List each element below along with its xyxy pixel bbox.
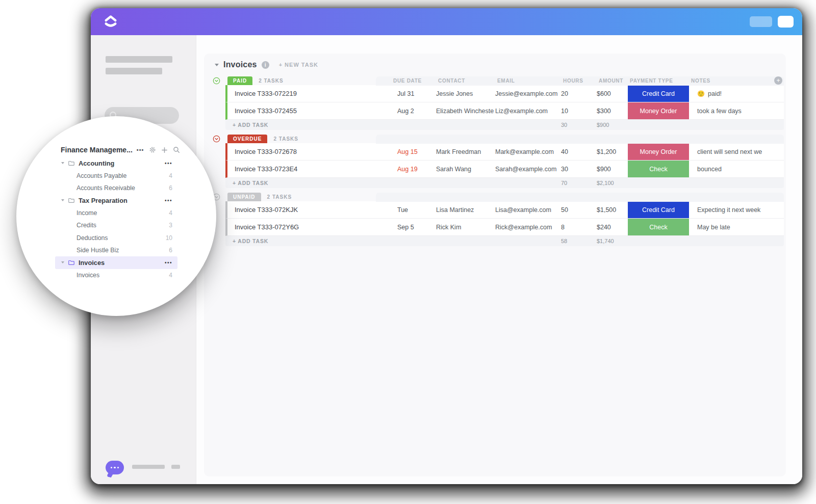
item-count: 4	[169, 172, 172, 179]
email-cell: Sarah@example.com	[495, 166, 561, 173]
payment-cell: Check	[628, 161, 689, 177]
sidebar-placeholder-bar	[106, 56, 172, 63]
note-text: paid!	[708, 90, 722, 97]
table-row[interactable]: Invoice T333-072Y6G Sep 5 Rick Kim Rick@…	[225, 219, 784, 236]
hours-cell: 8	[561, 224, 597, 231]
new-task-button[interactable]: + NEW TASK	[279, 62, 318, 68]
page-title: Invoices	[223, 60, 257, 69]
payment-type-button[interactable]: Money Order	[628, 143, 689, 160]
sidebar-item-deductions[interactable]: Deductions 10	[55, 231, 177, 244]
amount-total: $900	[597, 122, 628, 128]
group-totals-row: + ADD TASK 30 $900	[225, 120, 784, 130]
titlebar-secondary-button[interactable]	[750, 16, 772, 27]
collapse-caret-icon[interactable]	[215, 64, 219, 66]
main-content: Invoices i + NEW TASK PAID	[196, 35, 802, 484]
item-menu-button[interactable]: •••	[165, 260, 172, 266]
contact-cell: Rick Kim	[436, 224, 495, 231]
hours-total: 30	[561, 122, 597, 128]
item-count: 3	[169, 222, 172, 229]
sidebar-item-accounts-receivable[interactable]: Accounts Receivable 6	[55, 182, 177, 194]
due-date-cell: Aug 15	[391, 148, 436, 155]
group-totals-row: + ADD TASK 58 $1,740	[225, 236, 784, 246]
add-icon[interactable]	[161, 147, 168, 153]
note-text: Expecting it next week	[697, 206, 760, 214]
item-menu-button[interactable]: •••	[165, 198, 172, 203]
add-task-button[interactable]: + ADD TASK	[227, 122, 391, 128]
smiley-emoji-icon: 🙂	[697, 90, 705, 97]
sidebar-item-invoices-folder[interactable]: Invoices •••	[55, 256, 177, 269]
group-header: PAID 2 TASKS DUE DATE CONTACT EMAIL HOUR…	[225, 76, 784, 85]
sidebar-item-accounting[interactable]: Accounting •••	[55, 157, 177, 169]
email-cell: Rick@example.com	[495, 224, 561, 231]
chevron-down-icon	[61, 261, 64, 263]
info-icon[interactable]: i	[262, 61, 269, 69]
status-badge[interactable]: PAID	[227, 76, 252, 85]
space-menu-button[interactable]: •••	[137, 147, 144, 153]
sidebar-item-credits[interactable]: Credits 3	[55, 219, 177, 231]
table-row[interactable]: Invoice T333-0723E4 Aug 19 Sarah Wang Sa…	[225, 161, 784, 178]
space-title: Finance Manageme...	[61, 146, 133, 154]
task-name: Invoice T333-072Y6G	[227, 223, 391, 231]
contact-cell: Elizabeth Wincheste	[436, 108, 495, 115]
task-name: Invoice T333-072678	[227, 148, 391, 155]
table-row[interactable]: Invoice T333-072KJK Tue Lisa Martinez Li…	[225, 201, 784, 219]
gear-icon[interactable]	[149, 146, 156, 153]
table-row[interactable]: Invoice T333-072455 Aug 2 Elizabeth Winc…	[225, 102, 784, 120]
amount-cell: $1,200	[597, 148, 628, 155]
add-task-button[interactable]: + ADD TASK	[227, 180, 391, 186]
payment-cell: Credit Card	[628, 85, 689, 102]
group-unpaid: UNPAID 2 TASKS Invoice T333-072KJK Tue L…	[225, 193, 784, 246]
task-count: 2 TASKS	[267, 194, 292, 200]
clickup-logo-icon	[103, 14, 119, 30]
amount-cell: $900	[597, 166, 628, 173]
payment-type-button[interactable]: Money Order	[628, 102, 689, 119]
payment-cell: Check	[628, 219, 689, 235]
group-toggle-icon[interactable]	[213, 135, 220, 143]
sidebar-item-side-hustle-biz[interactable]: Side Hustle Biz 6	[55, 244, 177, 256]
payment-cell: Credit Card	[628, 201, 689, 218]
payment-type-button[interactable]: Credit Card	[628, 85, 689, 102]
add-task-button[interactable]: + ADD TASK	[227, 238, 391, 244]
chevron-down-icon	[61, 162, 64, 164]
payment-cell: Money Order	[628, 102, 689, 119]
contact-cell: Lisa Martinez	[436, 206, 495, 214]
sidebar-item-invoices-list[interactable]: Invoices 4	[55, 269, 177, 281]
titlebar-primary-button[interactable]	[778, 16, 794, 28]
status-badge[interactable]: UNPAID	[227, 193, 261, 201]
due-date-cell: Aug 2	[391, 108, 436, 115]
amount-total: $2,100	[597, 180, 628, 186]
hours-cell: 30	[561, 166, 597, 173]
table-row[interactable]: Invoice T333-072219 Jul 31 Jessie Jones …	[225, 85, 784, 102]
contact-cell: Sarah Wang	[436, 166, 495, 173]
payment-type-button[interactable]: Check	[628, 219, 689, 235]
payment-type-button[interactable]: Credit Card	[628, 201, 689, 218]
item-count: 6	[169, 247, 172, 254]
column-header-payment-type: PAYMENT TYPE	[628, 78, 689, 84]
sidebar-item-accounts-payable[interactable]: Accounts Payable 4	[55, 169, 177, 181]
status-badge[interactable]: OVERDUE	[227, 135, 267, 143]
chat-dots-icon	[106, 461, 124, 474]
group-header-band	[376, 193, 784, 202]
item-count: 4	[169, 272, 172, 279]
table-row[interactable]: Invoice T333-072678 Aug 15 Mark Freedman…	[225, 143, 784, 161]
folder-icon	[68, 160, 75, 167]
sidebar-footer	[106, 461, 192, 476]
add-column-icon[interactable]: +	[774, 76, 782, 85]
column-header-due-date: DUE DATE	[391, 78, 436, 84]
task-count: 2 TASKS	[259, 78, 284, 84]
item-menu-button[interactable]: •••	[165, 161, 172, 166]
payment-type-button[interactable]: Check	[628, 161, 689, 177]
note-text: took a few days	[697, 108, 742, 115]
sidebar-item-income[interactable]: Income 4	[55, 207, 177, 219]
sidebar-item-tax-preparation[interactable]: Tax Preparation •••	[55, 194, 177, 206]
task-name: Invoice T333-0723E4	[227, 165, 391, 173]
sidebar-placeholder-bar	[171, 465, 180, 469]
hours-cell: 10	[561, 108, 597, 115]
sidebar-placeholder-bar	[132, 465, 165, 469]
sidebar-magnifier-circle: Finance Manageme... ••• Accounting •••	[16, 116, 216, 316]
group-toggle-icon[interactable]	[213, 77, 220, 85]
notes-cell: bounced	[689, 166, 784, 173]
search-icon[interactable]	[173, 146, 180, 153]
titlebar	[91, 8, 802, 35]
notes-cell: took a few days	[689, 108, 784, 115]
